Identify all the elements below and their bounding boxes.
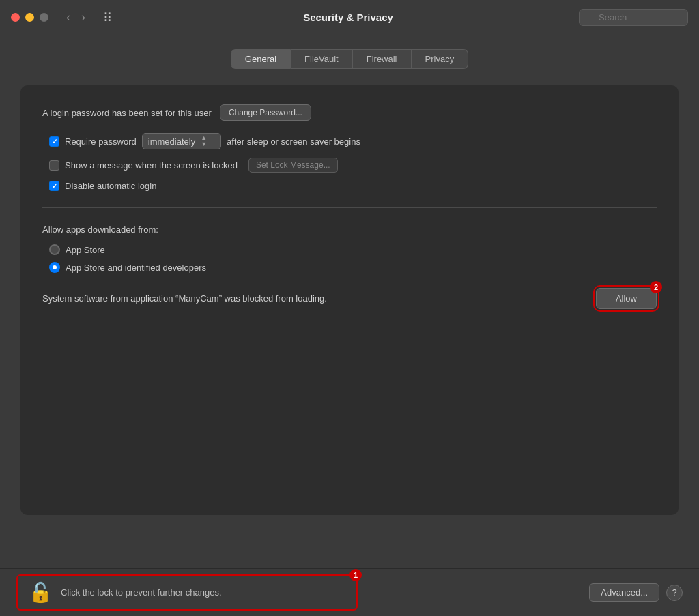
back-button[interactable]: ‹ xyxy=(62,9,74,26)
radio-selected-indicator xyxy=(53,265,57,269)
app-store-identified-radio-row: App Store and identified developers xyxy=(49,262,657,273)
maximize-button[interactable] xyxy=(40,13,48,22)
tab-general[interactable]: General xyxy=(231,49,291,69)
general-panel: A login password has been set for this u… xyxy=(20,85,679,515)
password-timing-value: immediately xyxy=(148,136,195,147)
bottom-bar: 1 🔓 Click the lock to prevent further ch… xyxy=(0,568,699,616)
main-content: General FileVault Firewall Privacy A log… xyxy=(0,35,699,568)
app-store-label: App Store xyxy=(66,245,105,255)
password-timing-dropdown[interactable]: immediately ▲▼ xyxy=(142,133,221,149)
tab-firewall[interactable]: Firewall xyxy=(353,49,412,69)
require-password-checkbox[interactable]: ✓ xyxy=(49,136,59,147)
require-password-label: Require password xyxy=(65,136,137,147)
help-button[interactable]: ? xyxy=(666,585,683,601)
blocked-software-row: System software from application “ManyCa… xyxy=(42,288,657,309)
checkmark-icon: ✓ xyxy=(52,138,57,145)
show-message-row: Show a message when the screen is locked… xyxy=(49,158,657,173)
search-container: 🔍 xyxy=(579,9,688,26)
forward-button[interactable]: › xyxy=(77,9,89,26)
disable-autologin-label: Disable automatic login xyxy=(65,181,156,191)
blocked-software-text: System software from application “ManyCa… xyxy=(42,292,327,306)
search-input[interactable] xyxy=(579,9,688,26)
traffic-lights xyxy=(11,13,48,22)
change-password-button[interactable]: Change Password... xyxy=(220,104,311,121)
lock-icon[interactable]: 🔓 xyxy=(29,581,53,604)
allow-button[interactable]: Allow xyxy=(596,288,657,309)
app-store-identified-radio[interactable] xyxy=(49,262,60,273)
advanced-button[interactable]: Advanced... xyxy=(589,583,659,602)
titlebar: ‹ › ⠿ Security & Privacy 🔍 xyxy=(0,0,699,35)
show-message-checkbox[interactable] xyxy=(49,160,59,171)
require-password-row: ✓ Require password immediately ▲▼ after … xyxy=(49,133,657,149)
after-label: after sleep or screen saver begins xyxy=(227,136,360,147)
app-store-radio-row: App Store xyxy=(49,244,657,255)
dropdown-arrows-icon: ▲▼ xyxy=(201,135,207,147)
section-divider xyxy=(42,207,657,208)
set-lock-message-button[interactable]: Set Lock Message... xyxy=(248,158,338,173)
lock-section: 1 🔓 Click the lock to prevent further ch… xyxy=(16,574,358,611)
show-message-label: Show a message when the screen is locked xyxy=(65,160,238,171)
allow-button-container: 2 Allow xyxy=(596,288,657,309)
password-label: A login password has been set for this u… xyxy=(42,108,212,118)
grid-button[interactable]: ⠿ xyxy=(98,9,117,27)
bottom-right: Advanced... ? xyxy=(589,583,683,602)
password-row: A login password has been set for this u… xyxy=(42,104,657,121)
apps-section-title: Allow apps downloaded from: xyxy=(42,224,657,235)
app-store-identified-label: App Store and identified developers xyxy=(66,263,206,273)
window-title: Security & Privacy xyxy=(126,12,571,23)
lock-badge: 1 xyxy=(350,569,362,581)
disable-autologin-checkbox[interactable]: ✓ xyxy=(49,181,59,191)
minimize-button[interactable] xyxy=(25,13,34,22)
tab-filevault[interactable]: FileVault xyxy=(291,49,353,69)
disable-autologin-row: ✓ Disable automatic login xyxy=(49,181,657,191)
close-button[interactable] xyxy=(11,13,20,22)
app-store-radio[interactable] xyxy=(49,244,60,255)
allow-badge: 2 xyxy=(650,281,662,293)
lock-text: Click the lock to prevent further change… xyxy=(61,587,222,598)
nav-buttons: ‹ › xyxy=(62,9,89,26)
checkmark-icon-2: ✓ xyxy=(52,182,57,190)
tab-privacy[interactable]: Privacy xyxy=(412,49,469,69)
tabs: General FileVault Firewall Privacy xyxy=(20,49,679,69)
